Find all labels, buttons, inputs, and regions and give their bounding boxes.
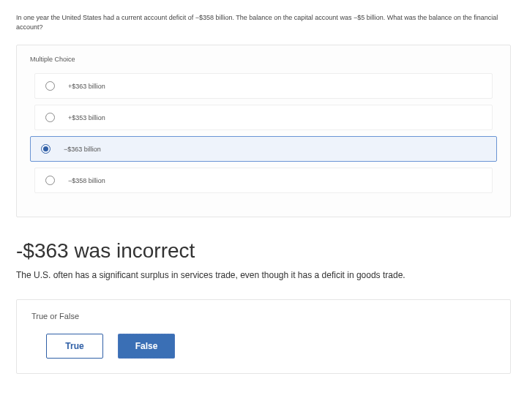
false-button[interactable]: False: [118, 334, 175, 359]
tf-title: True or False: [31, 312, 496, 320]
mc-option-3[interactable]: −$358 billion: [34, 168, 493, 193]
mc-title: Multiple Choice: [30, 56, 497, 63]
tf-button-row: True False: [31, 334, 496, 359]
true-button[interactable]: True: [46, 334, 103, 359]
mc-option-2[interactable]: −$363 billion: [30, 136, 497, 162]
true-false-block: True or False True False: [16, 299, 511, 374]
radio-icon: [45, 113, 55, 122]
mc-option-label: +$353 billion: [68, 114, 105, 121]
radio-icon: [45, 81, 55, 91]
question-text: In one year the United States had a curr…: [16, 13, 511, 31]
mc-option-label: −$358 billion: [68, 177, 105, 184]
mc-option-label: +$363 billion: [68, 83, 105, 90]
mc-option-label: −$363 billion: [64, 146, 101, 153]
mc-option-0[interactable]: +$363 billion: [34, 73, 493, 99]
feedback-text: The U.S. often has a significant surplus…: [16, 270, 511, 280]
feedback-heading: -$363 was incorrect: [16, 239, 511, 263]
radio-icon: [41, 144, 51, 154]
radio-icon: [45, 176, 55, 185]
mc-option-1[interactable]: +$353 billion: [34, 105, 493, 130]
multiple-choice-block: Multiple Choice +$363 billion +$353 bill…: [16, 45, 511, 217]
